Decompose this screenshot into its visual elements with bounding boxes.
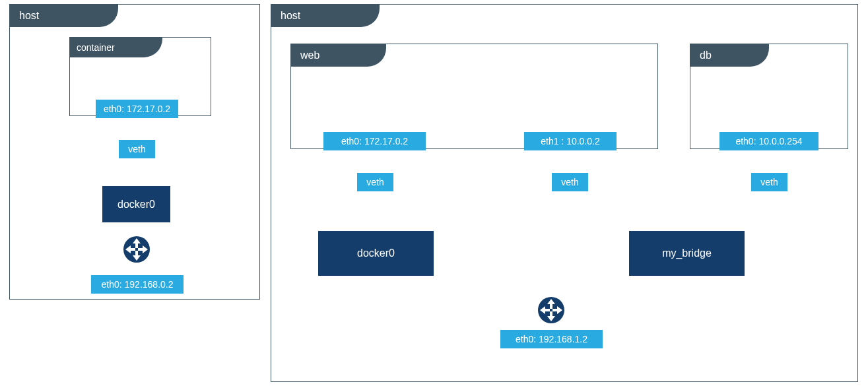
- right-bridge-mybridge: my_bridge: [629, 231, 745, 276]
- right-web-eth1: eth1 : 10.0.0.2: [524, 132, 617, 150]
- svg-marker-23: [540, 306, 550, 314]
- right-host-tab: host: [271, 5, 380, 27]
- right-db-eth0: eth0: 10.0.0.254: [719, 132, 818, 150]
- right-veth-3: veth: [751, 173, 787, 191]
- right-veth-2: veth: [552, 173, 588, 191]
- right-host-eth: eth0: 192.168.1.2: [500, 330, 603, 348]
- right-bridge-mybridge-label: my_bridge: [662, 247, 712, 259]
- svg-marker-21: [547, 299, 555, 309]
- svg-marker-24: [552, 306, 562, 314]
- right-db-label: db: [700, 49, 712, 61]
- svg-marker-22: [547, 311, 555, 321]
- right-db-tab: db: [690, 44, 769, 67]
- right-web-eth0: eth0: 172.17.0.2: [323, 132, 426, 150]
- right-bridge-docker0: docker0: [318, 231, 434, 276]
- right-web-tab: web: [291, 44, 386, 67]
- right-router-icon: [538, 297, 564, 323]
- right-web-label: web: [300, 49, 319, 61]
- right-host-label: host: [281, 10, 300, 21]
- right-veth-1: veth: [357, 173, 393, 191]
- right-bridge-docker0-label: docker0: [357, 247, 395, 259]
